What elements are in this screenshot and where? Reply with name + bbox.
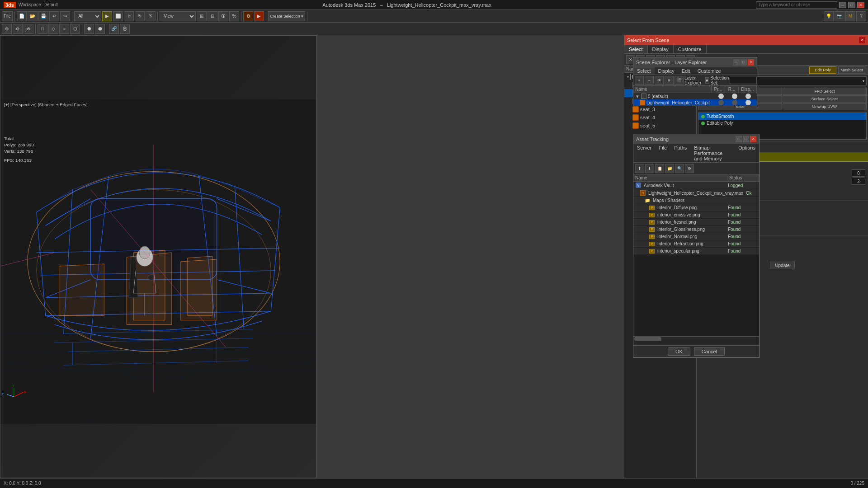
tb2-btn6[interactable]: ○ xyxy=(59,24,69,34)
redo-btn[interactable]: ↪ xyxy=(60,11,70,21)
le-minimize-btn[interactable]: ─ xyxy=(733,59,740,66)
le-maximize-btn[interactable]: □ xyxy=(741,59,747,66)
maximize-button[interactable]: □ xyxy=(848,2,855,8)
at-ok-btn[interactable]: OK xyxy=(668,347,690,356)
minimize-button[interactable]: ─ xyxy=(839,2,846,8)
help-btn[interactable]: ? xyxy=(856,11,866,21)
le-disp-default[interactable] xyxy=(745,94,751,99)
at-row-normal[interactable]: P Interior_Normal.png Found xyxy=(633,233,759,240)
sfs-tab-select[interactable]: Select xyxy=(624,45,648,53)
le-delete-btn[interactable]: – xyxy=(645,76,654,85)
rotate-btn[interactable]: ↻ xyxy=(135,11,145,21)
view-dropdown[interactable]: View xyxy=(160,11,196,21)
le-hide-btn[interactable]: 👁 xyxy=(655,76,664,85)
at-row-maxfile[interactable]: 3 Lightweight_Helicopter_Cockpit_max_vra… xyxy=(633,189,759,197)
le-tab-edit[interactable]: Edit xyxy=(678,67,694,75)
tree-item-seat3[interactable]: seat_3 xyxy=(624,105,696,113)
at-row-diffuse[interactable]: P Interior_Diffuse.png Found xyxy=(633,204,759,211)
at-menu-paths[interactable]: Paths xyxy=(670,144,690,162)
menu-file-btn[interactable]: File xyxy=(2,11,13,21)
at-row-maps[interactable]: 📁 Maps / Shaders xyxy=(633,197,759,204)
le-selset-input[interactable] xyxy=(730,77,757,84)
le-eye-default[interactable] xyxy=(718,94,724,99)
layer-row-heli[interactable]: Lightweight_Helicopter_Cockpit xyxy=(633,99,757,106)
stack-item-turbosmooth[interactable]: TurboSmooth xyxy=(698,113,866,120)
render-btn[interactable]: ▶ xyxy=(254,11,264,21)
ts-render-iters-input[interactable] xyxy=(852,178,865,185)
at-btn4[interactable]: 📁 xyxy=(665,164,674,173)
at-btn6[interactable]: ⚙ xyxy=(685,164,694,173)
at-cancel-btn[interactable]: Cancel xyxy=(694,347,725,356)
tb2-btn7[interactable]: ⬡ xyxy=(70,24,80,34)
edit-poly-btn[interactable]: Edit Poly xyxy=(809,66,836,74)
sfs-tab-display[interactable]: Display xyxy=(648,45,674,53)
at-menu-server[interactable]: Server xyxy=(633,144,655,162)
le-tab-select[interactable]: Select xyxy=(633,67,655,75)
mod-btn-unwrap[interactable]: Unwrap UVW xyxy=(783,103,867,110)
at-scroll-thumb[interactable] xyxy=(634,337,661,341)
le-render-heli[interactable] xyxy=(732,100,737,105)
at-row-specular[interactable]: P interior_specular.png Found xyxy=(633,248,759,255)
mesh-select-btn[interactable]: Mesh Select xyxy=(838,66,865,74)
stack-item-editpoly[interactable]: Editable Poly xyxy=(698,120,866,127)
ts-update-btn[interactable]: Update xyxy=(770,262,794,269)
at-close-btn[interactable]: ✕ xyxy=(750,136,756,142)
at-row-emissive[interactable]: P interior_emissive.png Found xyxy=(633,211,759,219)
close-button[interactable]: ✕ xyxy=(857,2,864,8)
le-eye-heli[interactable] xyxy=(718,100,724,105)
sfs-tab-customize[interactable]: Customize xyxy=(674,45,707,53)
le-disp-heli[interactable] xyxy=(745,100,751,105)
at-btn3[interactable]: 📋 xyxy=(655,164,664,173)
at-btn1[interactable]: ⬆ xyxy=(635,164,644,173)
select-btn[interactable]: ▶ xyxy=(102,11,112,21)
at-scrollbar-h[interactable] xyxy=(633,336,759,341)
render-setup-btn[interactable]: ⚙ xyxy=(243,11,253,21)
open-btn[interactable]: 📂 xyxy=(28,11,38,21)
le-new-layer-btn[interactable]: + xyxy=(635,76,644,85)
viewport[interactable]: Total Polys: 238 990 Verts: 130 798 FPS:… xyxy=(0,35,316,488)
material-btn[interactable]: M xyxy=(845,11,855,21)
at-btn5[interactable]: 🔍 xyxy=(675,164,684,173)
at-maximize-btn[interactable]: □ xyxy=(743,136,749,142)
sfs-close-btn[interactable]: ✕ xyxy=(859,37,865,43)
tb2-unlink[interactable]: ⛓ xyxy=(120,24,130,34)
tb2-link[interactable]: 🔗 xyxy=(109,24,119,34)
snap2d-btn[interactable]: ⊟ xyxy=(208,11,217,21)
move-btn[interactable]: ✛ xyxy=(124,11,134,21)
le-close-btn[interactable]: ✕ xyxy=(748,59,754,66)
at-row-fresnel[interactable]: P interior_fresnel.png Found xyxy=(633,219,759,226)
layer-row-default[interactable]: ▼ 0 (default) xyxy=(633,93,757,99)
le-tab-customize[interactable]: Customize xyxy=(694,67,725,75)
ts-iter-input[interactable] xyxy=(852,169,865,177)
create-selection-btn[interactable]: Create Selection ▾ xyxy=(268,11,305,21)
tb2-btn4[interactable]: □ xyxy=(38,24,47,34)
at-menu-options[interactable]: Options xyxy=(735,144,759,162)
undo-btn[interactable]: ↩ xyxy=(49,11,59,21)
mod-btn-surfaceselect[interactable]: Surface Select xyxy=(783,95,867,103)
at-row-glossiness[interactable]: P Interior_Glossiness.png Found xyxy=(633,226,759,233)
search-input[interactable] xyxy=(756,1,837,9)
light-btn[interactable]: 💡 xyxy=(824,11,834,21)
tb2-btn3[interactable]: ⊗ xyxy=(24,24,33,34)
save-btn[interactable]: 💾 xyxy=(38,11,48,21)
tb2-btn9[interactable]: ⬢ xyxy=(95,24,105,34)
le-settings-btn[interactable]: ▾ xyxy=(705,77,710,84)
at-row-vault[interactable]: V Autodesk Vault Logged xyxy=(633,182,759,189)
le-tab-display[interactable]: Display xyxy=(655,67,678,75)
scale-btn[interactable]: ⇱ xyxy=(146,11,156,21)
tb2-btn1[interactable]: ⊕ xyxy=(2,24,12,34)
camera-btn[interactable]: 📷 xyxy=(835,11,844,21)
select-filter-dropdown[interactable]: All xyxy=(74,11,101,21)
mod-btn-ffdselect[interactable]: FFD Select xyxy=(783,88,867,95)
tb2-btn2[interactable]: ⊘ xyxy=(13,24,23,34)
snap-btn[interactable]: ⊞ xyxy=(197,11,207,21)
at-row-refraction[interactable]: P Interior_Refraction.png Found xyxy=(633,240,759,248)
at-minimize-btn[interactable]: ─ xyxy=(736,136,742,142)
select-region-btn[interactable]: ⬜ xyxy=(113,11,123,21)
le-render-default[interactable] xyxy=(732,94,737,99)
at-menu-file[interactable]: File xyxy=(655,144,670,162)
le-render-btn[interactable]: 🎬 xyxy=(675,76,684,85)
tree-item-seat4[interactable]: seat_4 xyxy=(624,113,696,122)
tb2-btn8[interactable]: ⬣ xyxy=(84,24,94,34)
tb2-btn5[interactable]: ◇ xyxy=(48,24,58,34)
